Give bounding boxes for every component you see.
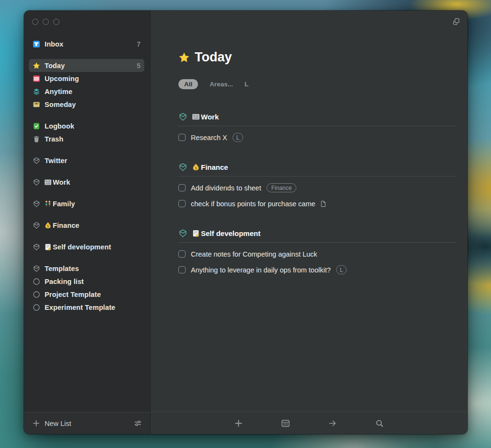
sidebar-item-label: Work bbox=[53, 178, 70, 186]
sidebar-item-label: Today bbox=[45, 62, 65, 70]
filter-bar: AllAreas...L bbox=[178, 79, 457, 89]
tag-pill: Finance bbox=[267, 183, 297, 192]
sidebar-item-project-template[interactable]: Project Template bbox=[29, 288, 144, 301]
section-header-work[interactable]: Work bbox=[178, 112, 457, 121]
task-checkbox[interactable] bbox=[178, 250, 186, 258]
calendar-button[interactable] bbox=[281, 419, 290, 428]
area-icon bbox=[32, 200, 41, 208]
task-sections: WorkResearch XL$FinanceAdd dividends to … bbox=[178, 112, 457, 278]
section-self-development: Self developmentCreate notes for Competi… bbox=[178, 229, 457, 278]
filter-chip-all[interactable]: All bbox=[178, 79, 198, 89]
sidebar-item-self-development[interactable]: Self development bbox=[29, 240, 144, 253]
project-circle-icon bbox=[32, 290, 41, 299]
newspaper-icon bbox=[44, 178, 52, 187]
task-label: check if bonus points for purchase came bbox=[191, 200, 316, 208]
sidebar-item-upcoming[interactable]: Upcoming bbox=[29, 72, 144, 85]
task-label: Research X bbox=[191, 134, 227, 141]
plus-button[interactable] bbox=[234, 419, 243, 428]
close-button[interactable] bbox=[32, 19, 38, 25]
section-header-self-development[interactable]: Self development bbox=[178, 229, 457, 238]
sidebar-item-logbook[interactable]: Logbook bbox=[29, 119, 144, 132]
svg-text:$: $ bbox=[47, 224, 49, 228]
memo-icon bbox=[192, 229, 200, 237]
star-icon bbox=[178, 52, 190, 63]
sidebar-item-templates[interactable]: Templates bbox=[29, 262, 144, 275]
sidebar-item-label: Family bbox=[53, 200, 75, 208]
sidebar-item-work[interactable]: Work bbox=[29, 176, 144, 189]
sidebar-item-anytime[interactable]: Anytime bbox=[29, 85, 144, 98]
sidebar-item-packing-list[interactable]: Packing list bbox=[29, 275, 144, 288]
task-checkbox[interactable] bbox=[178, 184, 186, 191]
item-count-badge: 5 bbox=[137, 62, 140, 70]
sidebar-item-today[interactable]: Today5 bbox=[29, 59, 144, 72]
task-checkbox[interactable] bbox=[178, 266, 186, 273]
area-icon bbox=[32, 156, 41, 165]
filter-chip-l[interactable]: L bbox=[245, 81, 248, 88]
anytime-icon bbox=[32, 87, 41, 96]
logbook-icon bbox=[32, 122, 41, 130]
sidebar-item-family[interactable]: Family bbox=[29, 197, 144, 210]
sidebar: Inbox7Today5UpcomingAnytimeSomedayLogboo… bbox=[24, 11, 151, 434]
sidebar-footer: New List bbox=[24, 412, 150, 434]
sidebar-item-inbox[interactable]: Inbox7 bbox=[29, 37, 144, 50]
page-title: Today bbox=[178, 50, 457, 65]
inbox-icon bbox=[32, 40, 41, 48]
people-icon bbox=[44, 200, 52, 208]
note-icon bbox=[320, 200, 327, 207]
project-circle-icon bbox=[32, 277, 41, 286]
task-row[interactable]: Anything to leverage in daily ops from t… bbox=[178, 262, 457, 278]
newspaper-icon bbox=[192, 113, 200, 121]
sidebar-item-label: Anytime bbox=[45, 88, 72, 95]
task-checkbox[interactable] bbox=[178, 200, 186, 207]
moneybag-icon: $ bbox=[192, 163, 200, 171]
page-title-text: Today bbox=[195, 50, 232, 65]
zoom-button[interactable] bbox=[53, 19, 59, 25]
project-circle-icon bbox=[32, 303, 41, 312]
area-icon bbox=[32, 264, 41, 273]
task-checkbox[interactable] bbox=[178, 134, 186, 141]
plus-icon bbox=[32, 419, 40, 427]
task-list: Add dividends to sheetFinancecheck if bo… bbox=[178, 177, 457, 212]
main-panel: Today AllAreas...L WorkResearch XL$Finan… bbox=[151, 11, 468, 434]
task-list: Research XL bbox=[178, 126, 457, 145]
sidebar-item-label: Twitter bbox=[45, 157, 67, 165]
today-view: Today AllAreas...L WorkResearch XL$Finan… bbox=[151, 11, 468, 412]
item-count-badge: 7 bbox=[137, 40, 140, 48]
sidebar-item-finance[interactable]: $Finance bbox=[29, 219, 144, 232]
minimize-button[interactable] bbox=[43, 19, 49, 25]
sidebar-item-label: Someday bbox=[45, 101, 76, 108]
arrow-right-button[interactable] bbox=[328, 419, 337, 428]
area-icon bbox=[32, 243, 41, 251]
upcoming-icon bbox=[32, 74, 41, 83]
new-list-button[interactable]: New List bbox=[32, 419, 71, 427]
sidebar-item-someday[interactable]: Someday bbox=[29, 98, 144, 111]
sidebar-item-twitter[interactable]: Twitter bbox=[29, 154, 144, 167]
task-row[interactable]: check if bonus points for purchase came bbox=[178, 196, 457, 212]
things-window: Inbox7Today5UpcomingAnytimeSomedayLogboo… bbox=[24, 11, 468, 434]
task-row[interactable]: Create notes for Competing against Luck bbox=[178, 246, 457, 262]
memo-icon bbox=[44, 243, 52, 251]
sidebar-item-label: Project Template bbox=[45, 291, 101, 298]
sidebar-item-label: Packing list bbox=[45, 278, 84, 285]
trash-icon bbox=[32, 135, 41, 143]
sidebar-nav: Inbox7Today5UpcomingAnytimeSomedayLogboo… bbox=[24, 25, 150, 314]
settings-sliders-icon[interactable] bbox=[134, 419, 142, 427]
task-list: Create notes for Competing against LuckA… bbox=[178, 243, 457, 278]
task-label: Add dividends to sheet bbox=[191, 184, 261, 192]
area-icon bbox=[178, 112, 187, 121]
star-icon bbox=[32, 61, 41, 70]
sidebar-item-label: Logbook bbox=[45, 122, 74, 130]
task-row[interactable]: Add dividends to sheetFinance bbox=[178, 180, 457, 196]
sidebar-item-label: Self development bbox=[53, 243, 111, 251]
section-header-finance[interactable]: $Finance bbox=[178, 163, 457, 172]
sidebar-item-label: Trash bbox=[45, 135, 63, 143]
sidebar-item-trash[interactable]: Trash bbox=[29, 132, 144, 145]
search-button[interactable] bbox=[375, 419, 384, 428]
filter-chip-areas[interactable]: Areas... bbox=[210, 81, 233, 88]
sidebar-item-experiment-template[interactable]: Experiment Template bbox=[29, 301, 144, 314]
someday-icon bbox=[32, 100, 41, 109]
task-row[interactable]: Research XL bbox=[178, 130, 457, 145]
window-controls bbox=[24, 11, 150, 25]
tag-pill: L bbox=[336, 265, 347, 274]
area-icon bbox=[32, 178, 41, 187]
